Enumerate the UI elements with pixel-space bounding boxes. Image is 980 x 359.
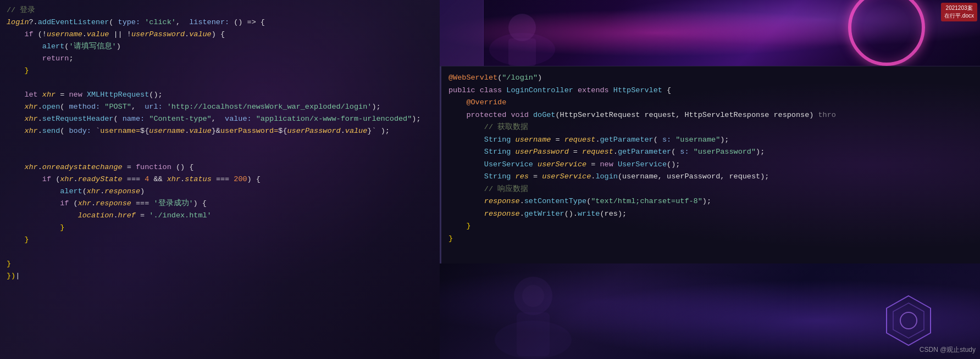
js-code-area: // 登录 login?.addEventListener( type: 'cl… — [0, 0, 440, 359]
hex-decoration — [881, 293, 936, 348]
svg-marker-4 — [893, 303, 924, 338]
doc-badge-line1: 2021203案 — [944, 4, 974, 12]
java-code-area: @WebServlet("/login") public class Login… — [440, 66, 980, 250]
svg-rect-8 — [517, 312, 550, 356]
java-line-7: String userPassword = request.getParamet… — [449, 146, 971, 159]
code-line-2: login?.addEventListener( type: 'click', … — [7, 16, 433, 29]
java-line-2: public class LoginController extends Htt… — [449, 85, 971, 97]
code-line-18: location.href = './index.html' — [7, 210, 433, 222]
svg-point-9 — [522, 285, 544, 307]
character-figure-right — [484, 263, 583, 359]
java-line-12: response.getWriter().write(res); — [449, 208, 971, 221]
right-panel: 2021203案 在行平.docx @WebServlet("/login") — [440, 0, 980, 359]
neon-ring-decoration — [848, 0, 925, 66]
java-line-14: } — [449, 233, 971, 245]
code-line-9: xhr.open( method: "POST", url: 'http://l… — [7, 101, 433, 113]
code-line-6: } — [7, 65, 433, 77]
code-line-23: })| — [7, 270, 433, 282]
code-line-22: } — [7, 258, 433, 270]
code-line-4: alert('请填写信息') — [7, 41, 433, 53]
java-line-13: } — [449, 220, 971, 233]
code-line-20: } — [7, 234, 433, 246]
java-line-8: UserService userService = new UserServic… — [449, 159, 971, 171]
code-line-11: xhr.send( body: `username=${username.val… — [7, 125, 433, 137]
code-line-13 — [7, 149, 433, 161]
code-line-17: if (xhr.response === '登录成功') { — [7, 198, 433, 210]
java-line-6: String username = request.getParameter( … — [449, 134, 971, 147]
code-line-19: } — [7, 222, 433, 234]
code-line-21 — [7, 246, 433, 258]
code-line-15: if (xhr.readyState === 4 && xhr.status =… — [7, 173, 433, 186]
right-bottom-banner: CSDN @观止study — [440, 263, 980, 359]
java-line-9: String res = userService.login(username,… — [449, 171, 971, 183]
svg-point-5 — [900, 312, 917, 329]
right-top-banner: 2021203案 在行平.docx — [440, 0, 980, 66]
java-line-11: response.setContentType("text/html;chars… — [449, 195, 971, 208]
java-line-1: @WebServlet("/login") — [449, 72, 971, 85]
code-line-7 — [7, 77, 433, 89]
code-line-14: xhr.onreadystatechange = function () { — [7, 161, 433, 173]
code-line-8: let xhr = new XMLHttpRequest(); — [7, 89, 433, 101]
left-code-panel: // 登录 login?.addEventListener( type: 'cl… — [0, 0, 440, 359]
java-line-3: @Override — [449, 97, 971, 109]
java-code-panel: @WebServlet("/login") public class Login… — [440, 66, 980, 263]
doc-badge: 2021203案 在行平.docx — [941, 3, 977, 21]
csdn-watermark: CSDN @观止study — [920, 345, 976, 355]
svg-rect-2 — [508, 38, 536, 66]
code-line-1: // 登录 — [7, 4, 433, 16]
code-line-10: xhr.setRequestHeader( name: "Content-typ… — [7, 113, 433, 125]
java-line-4: protected void doGet(HttpServletRequest … — [449, 109, 971, 122]
code-line-5: return; — [7, 53, 433, 65]
java-line-10: // 响应数据 — [449, 183, 971, 196]
java-line-5: // 获取数据 — [449, 121, 971, 134]
character-figure-left — [467, 5, 577, 66]
doc-badge-line2: 在行平.docx — [944, 12, 974, 20]
svg-point-1 — [508, 14, 536, 41]
code-line-16: alert(xhr.response) — [7, 186, 433, 198]
main-layout: // 登录 login?.addEventListener( type: 'cl… — [0, 0, 980, 359]
code-line-12 — [7, 137, 433, 149]
code-line-3: if (!username.value || !userPassword.val… — [7, 29, 433, 41]
